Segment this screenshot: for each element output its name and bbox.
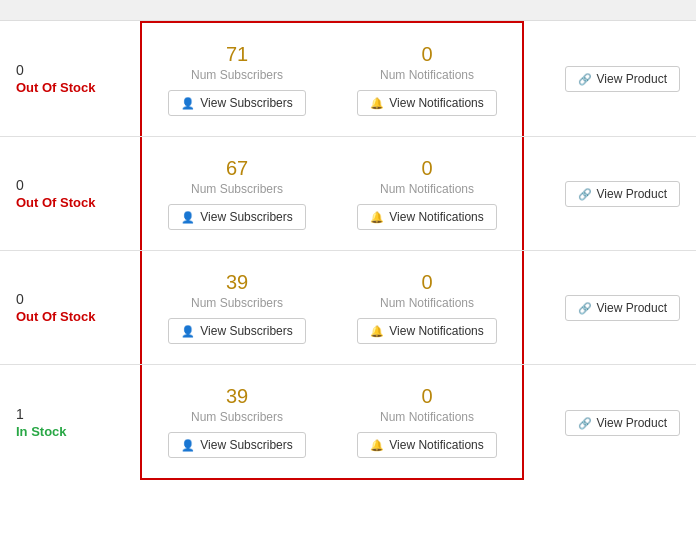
notifications-cell: 0 Num Notifications View Notifications — [332, 137, 522, 250]
view-notifications-button[interactable]: View Notifications — [357, 318, 497, 344]
view-subscribers-label: View Subscribers — [200, 324, 292, 338]
subscribers-label: Num Subscribers — [191, 68, 283, 82]
view-subscribers-button[interactable]: View Subscribers — [168, 318, 305, 344]
action-cell: View Product — [524, 137, 696, 250]
subscribers-label: Num Subscribers — [191, 410, 283, 424]
view-notifications-button[interactable]: View Notifications — [357, 204, 497, 230]
quantity-cell: 0 Out Of Stock — [0, 137, 140, 250]
user-icon — [181, 96, 195, 110]
highlighted-section: 39 Num Subscribers View Subscribers 0 Nu… — [140, 365, 524, 480]
table-row: 1 In Stock 39 Num Subscribers View Subsc… — [0, 365, 696, 480]
notifications-count: 0 — [421, 43, 432, 66]
subscribers-count: 39 — [226, 385, 248, 408]
user-icon — [181, 438, 195, 452]
view-notifications-button[interactable]: View Notifications — [357, 432, 497, 458]
notifications-label: Num Notifications — [380, 296, 474, 310]
quantity-cell: 1 In Stock — [0, 365, 140, 480]
main-table: 0 Out Of Stock 71 Num Subscribers View S… — [0, 0, 696, 554]
view-subscribers-label: View Subscribers — [200, 210, 292, 224]
view-product-label: View Product — [597, 416, 667, 430]
highlighted-section: 71 Num Subscribers View Subscribers 0 Nu… — [140, 21, 524, 136]
link-icon — [578, 416, 592, 430]
table-row: 0 Out Of Stock 67 Num Subscribers View S… — [0, 137, 696, 251]
table-row: 0 Out Of Stock 71 Num Subscribers View S… — [0, 21, 696, 137]
subscribers-cell: 67 Num Subscribers View Subscribers — [142, 137, 332, 250]
notifications-count: 0 — [421, 385, 432, 408]
quantity-cell: 0 Out Of Stock — [0, 251, 140, 364]
view-product-button[interactable]: View Product — [565, 66, 680, 92]
table-body: 0 Out Of Stock 71 Num Subscribers View S… — [0, 21, 696, 480]
notifications-label: Num Notifications — [380, 410, 474, 424]
subscribers-cell: 71 Num Subscribers View Subscribers — [142, 23, 332, 136]
bell-icon — [370, 210, 384, 224]
view-notifications-label: View Notifications — [389, 210, 484, 224]
quantity-cell: 0 Out Of Stock — [0, 21, 140, 136]
subscribers-count: 39 — [226, 271, 248, 294]
view-product-button[interactable]: View Product — [565, 181, 680, 207]
subscribers-cell: 39 Num Subscribers View Subscribers — [142, 365, 332, 478]
view-notifications-label: View Notifications — [389, 438, 484, 452]
stock-status: Out Of Stock — [16, 195, 124, 210]
link-icon — [578, 72, 592, 86]
view-subscribers-label: View Subscribers — [200, 438, 292, 452]
notifications-cell: 0 Num Notifications View Notifications — [332, 23, 522, 136]
view-product-label: View Product — [597, 72, 667, 86]
view-product-button[interactable]: View Product — [565, 295, 680, 321]
stock-status: In Stock — [16, 424, 124, 439]
quantity-value: 1 — [16, 406, 124, 422]
view-product-label: View Product — [597, 301, 667, 315]
table-row: 0 Out Of Stock 39 Num Subscribers View S… — [0, 251, 696, 365]
stock-status: Out Of Stock — [16, 309, 124, 324]
notifications-label: Num Notifications — [380, 68, 474, 82]
notifications-count: 0 — [421, 271, 432, 294]
subscribers-label: Num Subscribers — [191, 296, 283, 310]
stock-status: Out Of Stock — [16, 80, 124, 95]
notifications-cell: 0 Num Notifications View Notifications — [332, 365, 522, 478]
view-subscribers-button[interactable]: View Subscribers — [168, 204, 305, 230]
view-product-label: View Product — [597, 187, 667, 201]
user-icon — [181, 210, 195, 224]
quantity-value: 0 — [16, 62, 124, 78]
link-icon — [578, 187, 592, 201]
view-subscribers-button[interactable]: View Subscribers — [168, 90, 305, 116]
user-icon — [181, 324, 195, 338]
link-icon — [578, 301, 592, 315]
view-notifications-label: View Notifications — [389, 96, 484, 110]
subscribers-label: Num Subscribers — [191, 182, 283, 196]
view-subscribers-button[interactable]: View Subscribers — [168, 432, 305, 458]
action-cell: View Product — [524, 21, 696, 136]
action-cell: View Product — [524, 365, 696, 480]
view-notifications-button[interactable]: View Notifications — [357, 90, 497, 116]
view-product-button[interactable]: View Product — [565, 410, 680, 436]
highlighted-section: 67 Num Subscribers View Subscribers 0 Nu… — [140, 137, 524, 250]
notifications-count: 0 — [421, 157, 432, 180]
view-subscribers-label: View Subscribers — [200, 96, 292, 110]
quantity-value: 0 — [16, 291, 124, 307]
notifications-label: Num Notifications — [380, 182, 474, 196]
subscribers-count: 71 — [226, 43, 248, 66]
bell-icon — [370, 438, 384, 452]
subscribers-count: 67 — [226, 157, 248, 180]
view-notifications-label: View Notifications — [389, 324, 484, 338]
subscribers-cell: 39 Num Subscribers View Subscribers — [142, 251, 332, 364]
bell-icon — [370, 324, 384, 338]
bell-icon — [370, 96, 384, 110]
highlighted-section: 39 Num Subscribers View Subscribers 0 Nu… — [140, 251, 524, 364]
notifications-cell: 0 Num Notifications View Notifications — [332, 251, 522, 364]
action-cell: View Product — [524, 251, 696, 364]
table-header — [0, 0, 696, 21]
quantity-value: 0 — [16, 177, 124, 193]
